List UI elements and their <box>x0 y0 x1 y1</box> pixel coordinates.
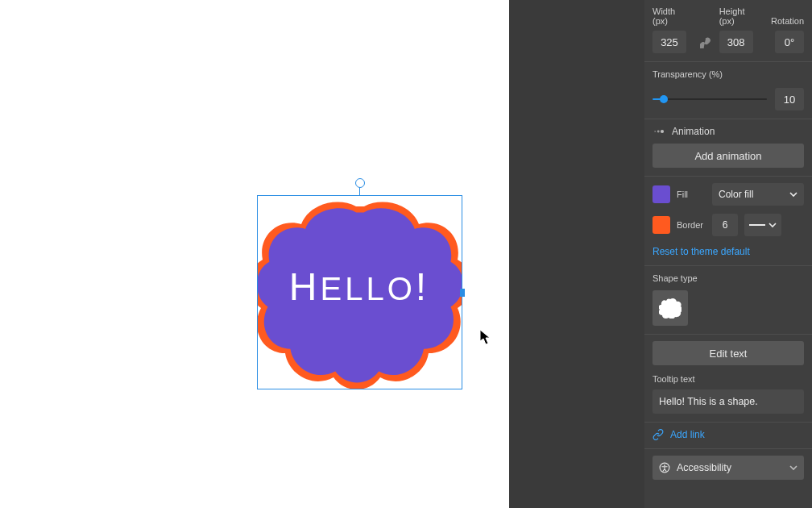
size-section: Width (px) 325 Height (px) 308 Rotation … <box>644 0 812 62</box>
rotation-handle[interactable] <box>355 178 365 188</box>
svg-point-0 <box>654 131 656 132</box>
properties-panel: Width (px) 325 Height (px) 308 Rotation … <box>644 0 812 508</box>
height-input[interactable]: 308 <box>719 31 753 53</box>
add-link-button[interactable]: Add link <box>652 429 804 440</box>
border-label: Border <box>677 220 706 230</box>
width-label: Width (px) <box>652 6 692 26</box>
animation-section: Animation Add animation <box>644 119 812 177</box>
selected-shape[interactable]: HELLO! <box>257 195 462 389</box>
fill-border-section: Fill Color fill Border 6 Reset to theme … <box>644 177 812 266</box>
add-link-section: Add link <box>644 423 812 449</box>
svg-point-2 <box>661 130 664 133</box>
rotation-handle-stem <box>359 187 360 195</box>
fill-mode-select[interactable]: Color fill <box>712 183 804 206</box>
shape-type-thumbnail[interactable] <box>652 290 688 326</box>
fill-label: Fill <box>677 189 706 199</box>
height-label: Height (px) <box>719 6 759 26</box>
rotation-label: Rotation <box>771 16 804 26</box>
add-link-label: Add link <box>670 429 705 440</box>
shape-text: HELLO! <box>289 265 429 308</box>
svg-point-1 <box>657 131 660 133</box>
transparency-label: Transparency (%) <box>652 69 723 79</box>
transparency-slider[interactable] <box>652 94 767 105</box>
panel-padding <box>509 0 644 508</box>
text-section: Edit text Tooltip text Hello! This is a … <box>644 335 812 423</box>
animation-heading: Animation <box>672 126 715 137</box>
chevron-down-icon <box>768 221 777 229</box>
animation-icon <box>652 127 665 135</box>
add-animation-button[interactable]: Add animation <box>652 144 804 168</box>
cursor-icon <box>479 329 491 345</box>
chevron-down-icon <box>789 190 798 198</box>
accessibility-section: Accessibility <box>644 449 812 491</box>
border-color-swatch[interactable] <box>652 216 670 234</box>
fill-mode-value: Color fill <box>719 189 753 200</box>
design-canvas[interactable]: HELLO! <box>0 0 509 508</box>
tooltip-label: Tooltip text <box>652 374 695 384</box>
resize-handle-right[interactable] <box>460 289 465 297</box>
transparency-input[interactable]: 10 <box>775 88 804 110</box>
transparency-section: Transparency (%) 10 <box>644 62 812 119</box>
accessibility-toggle[interactable]: Accessibility <box>652 456 804 480</box>
svg-point-4 <box>664 464 665 466</box>
accessibility-label: Accessibility <box>677 462 731 473</box>
tooltip-text-input[interactable]: Hello! This is a shape. <box>652 389 804 414</box>
cloud-shape-icon <box>659 298 682 319</box>
shape-type-section: Shape type <box>644 266 812 335</box>
shape-type-label: Shape type <box>652 273 698 283</box>
link-icon <box>652 429 664 440</box>
accessibility-icon <box>659 462 670 473</box>
edit-text-button[interactable]: Edit text <box>652 341 804 365</box>
width-input[interactable]: 325 <box>652 31 686 53</box>
border-style-sample <box>749 224 765 226</box>
link-dimensions-icon[interactable] <box>698 37 713 53</box>
chevron-down-icon <box>789 464 798 472</box>
fill-color-swatch[interactable] <box>652 185 670 203</box>
rotation-input[interactable]: 0° <box>775 31 804 53</box>
border-style-select[interactable] <box>744 214 781 236</box>
reset-theme-link[interactable]: Reset to theme default <box>652 246 750 257</box>
border-width-input[interactable]: 6 <box>712 214 738 236</box>
